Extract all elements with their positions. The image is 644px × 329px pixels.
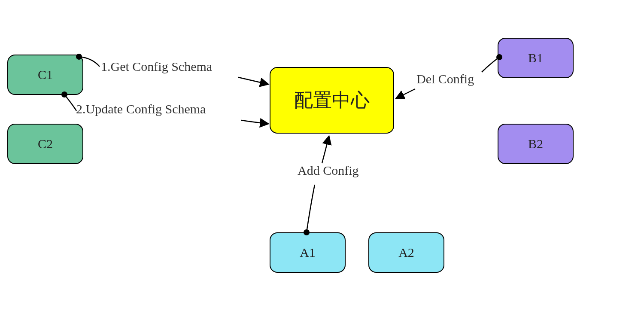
node-b1-label: B1: [528, 51, 543, 65]
node-c2-label: C2: [38, 137, 53, 151]
connector-arrow-del-config: [396, 89, 415, 98]
node-a2-label: A2: [398, 245, 414, 260]
node-config-center-label: 配置中心: [294, 88, 370, 113]
connector-arrow-get-schema: [238, 77, 268, 84]
node-a1-label: A1: [300, 245, 316, 260]
node-c1-label: C1: [38, 67, 53, 82]
diagram-canvas: 配置中心 C1 C2 B1 B2 A1 A2 1.Get Config Sche…: [0, 0, 644, 329]
node-b2-label: B2: [528, 137, 543, 151]
node-b2: B2: [498, 124, 574, 164]
connector-arrow-update-schema: [241, 120, 268, 124]
edge-label-update-schema: 2.Update Config Schema: [76, 102, 206, 116]
node-b1: B1: [498, 38, 574, 78]
edge-label-get-schema: 1.Get Config Schema: [101, 59, 212, 74]
node-a2: A2: [368, 232, 444, 273]
connector-stub-update-schema: [64, 94, 76, 111]
edge-label-del-config: Del Config: [416, 72, 474, 86]
node-c2: C2: [7, 124, 83, 164]
connector-stub-del-config: [482, 57, 499, 72]
edge-label-add-config: Add Config: [298, 163, 359, 178]
connector-arrow-add-config: [322, 137, 329, 163]
node-c1: C1: [7, 55, 83, 95]
node-config-center: 配置中心: [270, 67, 394, 134]
node-a1: A1: [270, 232, 346, 273]
connector-stub-add-config: [307, 185, 315, 232]
